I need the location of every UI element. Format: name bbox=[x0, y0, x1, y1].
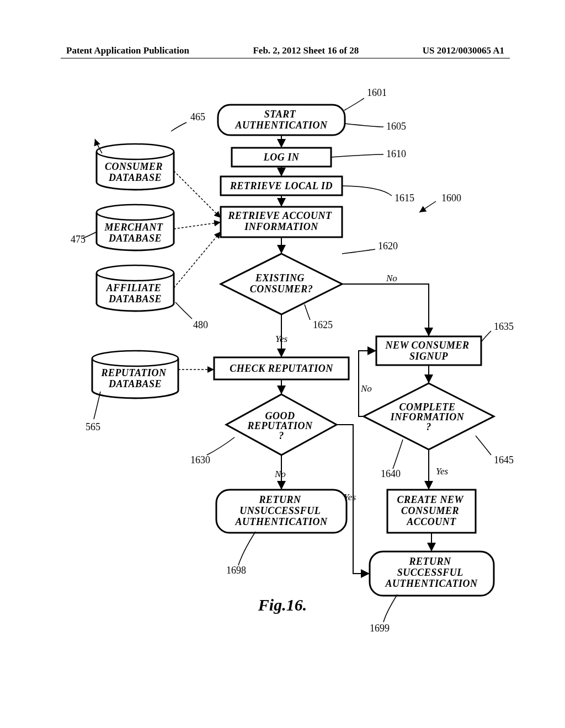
header-rule bbox=[61, 58, 510, 58]
edge-no-1: No bbox=[386, 273, 397, 283]
header-left: Patent Application Publication bbox=[66, 45, 189, 56]
ref-1615: 1615 bbox=[395, 192, 414, 204]
return-successful: RETURN SUCCESSFUL AUTHENTICATION bbox=[370, 552, 494, 596]
svg-text:CREATE NEW
    CONSUMER
    AC: CREATE NEW CONSUMER ACCOUNT bbox=[397, 494, 466, 527]
ref-1610: 1610 bbox=[386, 148, 406, 159]
ref-1630: 1630 bbox=[190, 454, 210, 465]
ref-1645: 1645 bbox=[494, 454, 514, 465]
ref-1625: 1625 bbox=[313, 319, 333, 330]
ref-1640: 1640 bbox=[381, 468, 401, 479]
create-new-account: CREATE NEW CONSUMER ACCOUNT bbox=[387, 490, 476, 533]
ref-1699: 1699 bbox=[370, 623, 390, 634]
ref-1635: 1635 bbox=[494, 321, 514, 332]
svg-point-4 bbox=[97, 265, 174, 281]
svg-text:REPUTATION
    DATABASE: REPUTATION DATABASE bbox=[100, 367, 169, 389]
start-authentication: START AUTHENTICATION bbox=[218, 105, 345, 135]
node-text: DATABASE bbox=[108, 172, 162, 183]
header-middle: Feb. 2, 2012 Sheet 16 of 28 bbox=[253, 45, 359, 56]
edge-no-3: No bbox=[360, 383, 372, 394]
new-consumer-signup: NEW CONSUMER SIGNUP bbox=[376, 336, 481, 365]
ref-1620: 1620 bbox=[378, 240, 398, 251]
svg-text:CHECK REPUTATION: CHECK REPUTATION bbox=[230, 363, 333, 374]
complete-info-decision: COMPLETE INFORMATION ? bbox=[364, 383, 494, 449]
ref-1601: 1601 bbox=[367, 88, 387, 98]
svg-line-44 bbox=[174, 232, 221, 288]
good-reputation-decision: GOOD REPUTATION ? bbox=[226, 394, 337, 455]
ref-465: 465 bbox=[190, 111, 205, 122]
svg-text:CONSUMER
    DATABASE: CONSUMER DATABASE bbox=[105, 161, 166, 183]
existing-consumer-decision: EXISTING CONSUMER? bbox=[221, 254, 342, 314]
svg-text:AFFILIATE
    DATABASE: AFFILIATE DATABASE bbox=[106, 282, 164, 304]
diagram-stage: CONSUMER DATABASE MERCHANT DATABASE AFFI… bbox=[0, 88, 565, 684]
svg-text:RETRIEVE LOCAL ID: RETRIEVE LOCAL ID bbox=[230, 180, 333, 191]
merchant-db: MERCHANT DATABASE bbox=[97, 205, 174, 250]
log-in: LOG IN bbox=[232, 148, 331, 167]
page-header: Patent Application Publication Feb. 2, 2… bbox=[0, 45, 565, 56]
retrieve-account-info: RETRIEVE ACCOUNT INFORMATION bbox=[221, 207, 342, 237]
flowchart-svg: CONSUMER DATABASE MERCHANT DATABASE AFFI… bbox=[0, 88, 565, 684]
svg-line-42 bbox=[174, 171, 221, 218]
ref-1698: 1698 bbox=[226, 565, 246, 576]
header-right: US 2012/0030065 A1 bbox=[423, 45, 504, 56]
edge-yes-1: Yes bbox=[275, 334, 287, 344]
edge-yes-2: Yes bbox=[436, 466, 448, 477]
ref-565: 565 bbox=[86, 421, 100, 432]
reputation-db: REPUTATION DATABASE bbox=[92, 351, 178, 398]
svg-line-46 bbox=[419, 201, 436, 212]
affiliate-db: AFFILIATE DATABASE bbox=[97, 265, 174, 311]
svg-text:LOG IN: LOG IN bbox=[263, 152, 300, 163]
check-reputation: CHECK REPUTATION bbox=[214, 357, 349, 379]
svg-line-43 bbox=[174, 222, 221, 229]
svg-text:EXISTING
    CONSUMER?: EXISTING CONSUMER? bbox=[250, 272, 313, 295]
svg-point-2 bbox=[97, 205, 174, 220]
svg-text:MERCHANT
    DATABASE: MERCHANT DATABASE bbox=[104, 222, 166, 244]
consumer-db: CONSUMER DATABASE bbox=[97, 144, 174, 190]
figure-caption: Fig.16. bbox=[0, 596, 565, 614]
ref-480: 480 bbox=[193, 319, 208, 330]
ref-475: 475 bbox=[71, 234, 86, 245]
return-unsuccessful: RETURN UNSUCCESSFUL AUTHENTICATION bbox=[216, 490, 347, 533]
node-text: CONSUMER bbox=[105, 161, 163, 172]
svg-point-0 bbox=[97, 144, 174, 159]
svg-point-6 bbox=[92, 351, 178, 366]
edge-yes-3: Yes bbox=[344, 492, 356, 502]
ref-1605: 1605 bbox=[386, 121, 406, 132]
ref-1600: 1600 bbox=[441, 192, 461, 204]
retrieve-local-id: RETRIEVE LOCAL ID bbox=[221, 176, 342, 195]
edge-no-2: No bbox=[274, 469, 286, 479]
